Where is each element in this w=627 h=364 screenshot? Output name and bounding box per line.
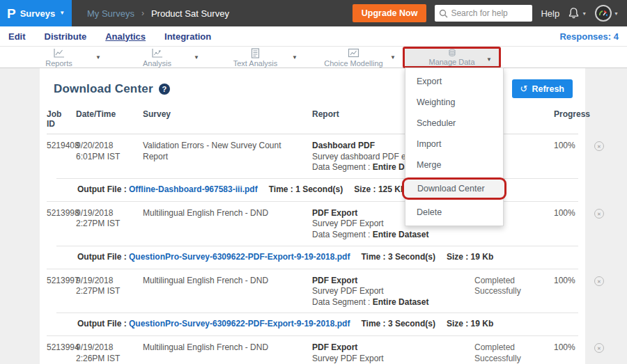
nav-distribute[interactable]: Distribute [45, 31, 87, 42]
report-title: Dashboard PDF [312, 141, 375, 150]
header-right: Upgrade Now Help [353, 4, 627, 22]
job-survey: Multilingual English French - DND [143, 276, 307, 308]
cancel-job-icon[interactable]: ✕ [594, 343, 604, 353]
output-file-label: Output File : [77, 252, 127, 262]
menu-item-delete[interactable]: Delete [405, 202, 503, 223]
notifications-menu[interactable] [568, 7, 587, 19]
output-time: Time : 1 Second(s) [269, 184, 343, 194]
cancel-job-icon[interactable]: ✕ [594, 276, 604, 286]
refresh-button[interactable]: ↺ Refresh [512, 79, 573, 98]
output-entry: Output File : QuestionPro-Survey-6309622… [77, 252, 350, 262]
database-icon [447, 49, 458, 57]
job-id: 5213994 [47, 342, 70, 364]
report-desc: Survey PDF Export [312, 219, 384, 228]
menu-item-weighting[interactable]: Weighting [405, 92, 503, 113]
segment-label: Data Segment : [312, 297, 373, 307]
job-report: PDF Export Survey PDF Export Data Segmen… [312, 342, 469, 364]
menu-item-download-center[interactable]: Download Center [402, 177, 506, 200]
breadcrumb: My Surveys › Product Sat Survey [87, 8, 229, 19]
job-action: ✕ [587, 208, 612, 241]
output-time: Time : 3 Second(s) [361, 252, 435, 262]
toolbar-analysis[interactable]: Analysis [108, 47, 206, 68]
top-header: P Surveys My Surveys › Product Sat Surve… [0, 0, 627, 26]
job-progress: 100% [550, 208, 581, 241]
responses-count: Responses: 4 [559, 31, 619, 42]
nav-integration[interactable]: Integration [164, 31, 211, 42]
job-survey: Multilingual English French - DND [143, 342, 307, 364]
job-survey: Validation Errors - New Survey Count Rep… [143, 141, 307, 173]
breadcrumb-current-survey: Product Sat Survey [151, 8, 229, 19]
avatar [595, 5, 612, 22]
search-input[interactable] [451, 8, 527, 18]
report-title: PDF Export [312, 342, 357, 352]
help-link[interactable]: Help [541, 8, 559, 19]
output-file-link[interactable]: Offline-Dashboard-967583-iii.pdf [129, 184, 258, 194]
output-entry: Output File : Offline-Dashboard-967583-i… [77, 184, 258, 194]
menu-item-import[interactable]: Import [405, 134, 503, 155]
surveys-product-menu[interactable]: P Surveys [0, 0, 72, 26]
gauge-icon [598, 8, 609, 19]
report-desc: Survey PDF Export [312, 354, 384, 363]
toolbar-label: Text Analysis [233, 59, 278, 68]
cancel-job-icon[interactable]: ✕ [594, 209, 604, 219]
report-desc: Survey PDF Export [312, 286, 384, 296]
toolbar-label: Analysis [143, 59, 171, 68]
toolbar-choice-modelling[interactable]: Choice Modelling [304, 47, 403, 68]
scatter-chart-icon [151, 48, 163, 58]
chevron-down-icon [95, 55, 101, 61]
product-menu-label: Surveys [20, 8, 56, 19]
job-id: 5219408 [47, 141, 70, 173]
job-block: 5213997 9/19/2018 2:27PM IST Multilingua… [47, 269, 578, 337]
job-action: ✕ [587, 342, 612, 364]
nav-links: Edit Distribute Analytics Integration [8, 31, 211, 42]
job-report: PDF Export Survey PDF Export Data Segmen… [312, 276, 469, 308]
job-status: Completed Successfully [474, 342, 544, 364]
main-content: Download Center ? ↺ Refresh Job ID Date/… [0, 68, 627, 364]
job-action: ✕ [587, 141, 612, 173]
framed-chart-icon [348, 48, 359, 58]
job-datetime: 9/19/2018 2:27PM IST [76, 276, 137, 308]
job-id: 5213998 [47, 208, 70, 241]
col-progress: Progress [550, 109, 581, 129]
output-time: Time : 3 Second(s) [361, 319, 435, 329]
help-search [435, 5, 532, 22]
output-file-link[interactable]: QuestionPro-Survey-6309622-PDF-Export-9-… [129, 252, 350, 262]
menu-item-merge[interactable]: Merge [405, 155, 503, 175]
toolbar-manage-data[interactable]: Manage Data [403, 47, 501, 68]
nav-edit[interactable]: Edit [8, 31, 26, 42]
toolbar-text-analysis[interactable]: Text Analysis [206, 47, 304, 68]
report-title: PDF Export [312, 208, 357, 218]
account-menu[interactable] [595, 5, 619, 22]
toolbar-reports[interactable]: Reports [10, 47, 108, 68]
output-size: Size : 19 Kb [447, 319, 493, 329]
output-file-label: Output File : [77, 319, 127, 329]
col-date-time: Date/Time [76, 109, 137, 129]
table-row: 5213994 9/19/2018 2:26PM IST Multilingua… [47, 336, 578, 364]
breadcrumb-my-surveys[interactable]: My Surveys [87, 8, 134, 19]
cancel-job-icon[interactable]: ✕ [594, 141, 604, 151]
manage-data-dropdown: Export Weighting Scheduler Import Merge … [405, 68, 504, 226]
job-progress: 100% [550, 276, 581, 308]
table-row: 5213997 9/19/2018 2:27PM IST Multilingua… [47, 269, 578, 313]
menu-item-export[interactable]: Export [405, 71, 503, 92]
help-question-icon[interactable]: ? [159, 84, 170, 95]
document-icon [250, 48, 261, 58]
output-file-link[interactable]: QuestionPro-Survey-6309622-PDF-Export-9-… [129, 319, 350, 329]
upgrade-now-button[interactable]: Upgrade Now [353, 4, 427, 22]
breadcrumb-separator: › [141, 8, 144, 18]
menu-item-scheduler[interactable]: Scheduler [405, 113, 503, 134]
job-datetime: 9/20/2018 6:01PM IST [76, 141, 137, 173]
job-progress: 100% [550, 141, 581, 173]
col-job-id: Job ID [47, 109, 70, 129]
output-file-row: Output File : QuestionPro-Survey-6309622… [56, 312, 578, 335]
chevron-down-icon [486, 57, 492, 63]
chevron-down-icon [614, 11, 619, 16]
app-window: P Surveys My Surveys › Product Sat Surve… [0, 0, 627, 364]
job-survey: Multilingual English French - DND [143, 208, 307, 241]
page-title: Download Center [54, 82, 153, 96]
job-id: 5213997 [47, 276, 70, 308]
bell-icon [568, 7, 580, 19]
nav-analytics[interactable]: Analytics [105, 31, 146, 42]
refresh-icon: ↺ [520, 84, 528, 94]
job-status: Completed Successfully [474, 276, 544, 308]
